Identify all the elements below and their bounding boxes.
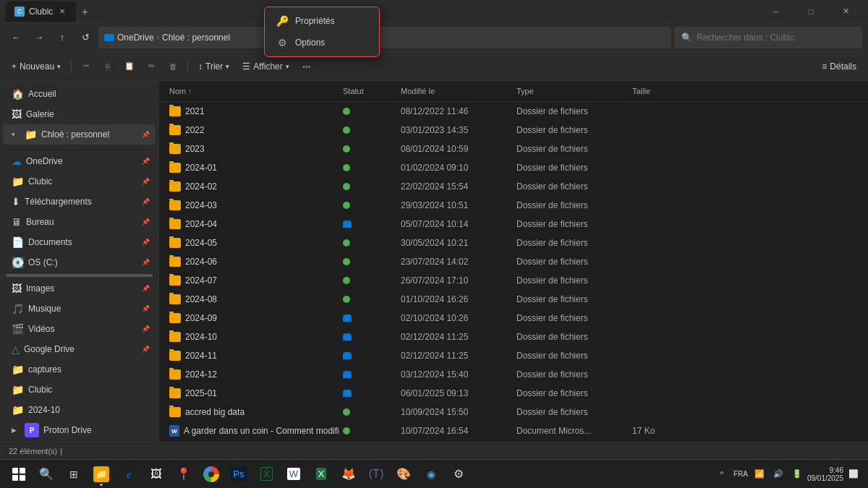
sidebar-item-images[interactable]: 🖼 Images 📌 bbox=[3, 278, 156, 299]
file-status bbox=[339, 388, 396, 398]
cut-btn[interactable]: ✂ bbox=[76, 56, 96, 77]
sidebar-item-osc[interactable]: 💽 OS (C:) 📌 bbox=[3, 252, 156, 273]
tray-volume[interactable]: 🔊 bbox=[770, 466, 787, 483]
sidebar-item-bureau[interactable]: 🖥 Bureau 📌 bbox=[3, 212, 156, 232]
sidebar-item-googledrive[interactable]: △ Google Drive 📌 bbox=[3, 339, 156, 359]
sort-btn[interactable]: ↕ Trier ▾ bbox=[192, 56, 235, 77]
file-size bbox=[628, 260, 686, 263]
taskbar-search-btn[interactable]: 🔍 bbox=[33, 461, 59, 487]
taskbar-paint-btn[interactable]: 🎨 bbox=[391, 461, 417, 487]
sidebar-item-accueil[interactable]: 🏠 Accueil bbox=[3, 84, 156, 104]
tray-battery[interactable]: 🔋 bbox=[788, 466, 806, 483]
tray-language[interactable]: FRA bbox=[732, 466, 749, 483]
col-type-header[interactable]: Type bbox=[512, 84, 628, 98]
forward-btn[interactable]: → bbox=[29, 27, 49, 48]
taskbar-firefox-btn[interactable]: 🦊 bbox=[336, 461, 362, 487]
active-tab[interactable]: C Clubic ✕ bbox=[6, 1, 76, 22]
table-row[interactable]: 2024-02 22/02/2024 15:54 Dossier de fich… bbox=[159, 177, 868, 196]
file-size: 17 Ko bbox=[628, 424, 686, 437]
tray-wifi[interactable]: 📶 bbox=[751, 466, 768, 483]
sidebar-item-captures[interactable]: 📁 captures bbox=[3, 359, 156, 380]
new-btn[interactable]: + Nouveau ▾ bbox=[6, 56, 67, 77]
col-size-header[interactable]: Taille bbox=[628, 84, 686, 98]
delete-btn[interactable]: 🗑 bbox=[163, 56, 183, 77]
view-btn[interactable]: ☰ Afficher ▾ bbox=[237, 56, 294, 77]
sidebar-item-galerie[interactable]: 🖼 Galerie bbox=[3, 104, 156, 124]
breadcrumb[interactable]: OneDrive › Chloé : personnel bbox=[98, 27, 671, 48]
table-row[interactable]: 2024-08 01/10/2024 16:26 Dossier de fich… bbox=[159, 290, 868, 309]
taskbar-chrome-btn[interactable] bbox=[198, 461, 224, 487]
up-btn[interactable]: ↑ bbox=[52, 27, 72, 48]
breadcrumb-onedrive[interactable]: OneDrive bbox=[104, 33, 154, 43]
table-row[interactable]: 2022 03/01/2023 14:35 Dossier de fichier… bbox=[159, 121, 868, 140]
new-tab-btn[interactable]: + bbox=[76, 3, 93, 20]
context-item-options[interactable]: ⚙ Options bbox=[265, 32, 379, 53]
table-row[interactable]: 2021 08/12/2022 11:46 Dossier de fichier… bbox=[159, 102, 868, 121]
table-row[interactable]: 2024-12 03/12/2024 15:40 Dossier de fich… bbox=[159, 365, 868, 384]
taskbar-excel-btn[interactable]: X bbox=[308, 461, 334, 487]
breadcrumb-folder[interactable]: Chloé : personnel bbox=[162, 33, 230, 43]
table-row[interactable]: 2024-11 02/12/2024 11:25 Dossier de fich… bbox=[159, 346, 868, 365]
sidebar-item-videos[interactable]: 🎬 Vidéos 📌 bbox=[3, 319, 156, 339]
search-input[interactable] bbox=[697, 33, 855, 43]
table-row[interactable]: 2023 08/01/2024 10:59 Dossier de fichier… bbox=[159, 140, 868, 158]
taskbar-clock[interactable]: 9:46 09/01/2025 bbox=[807, 466, 843, 482]
taskbar-edge-btn[interactable]: 𝑒 bbox=[116, 461, 142, 487]
sidebar-item-documents[interactable]: 📄 Documents 📌 bbox=[3, 232, 156, 252]
table-row[interactable]: 2024-04 05/07/2024 10:14 Dossier de fich… bbox=[159, 215, 868, 234]
folder-file-icon bbox=[169, 125, 181, 135]
col-status-header[interactable]: Statut bbox=[339, 84, 396, 98]
sidebar-item-chloe[interactable]: ▾ 📁 Chloé : personnel 📌 bbox=[3, 124, 156, 145]
taskbar-maps-btn[interactable]: 📍 bbox=[171, 461, 197, 487]
taskbar-teams-btn[interactable]: ⟨T⟩ bbox=[363, 461, 389, 487]
taskbar-synology-tb-btn[interactable]: ◉ bbox=[418, 461, 444, 487]
table-row[interactable]: accred big data 10/09/2024 15:50 Dossier… bbox=[159, 403, 868, 421]
file-status bbox=[339, 407, 396, 417]
rename-btn[interactable]: ✏ bbox=[141, 56, 161, 77]
sidebar-item-clubic2[interactable]: 📁 Clubic bbox=[3, 380, 156, 400]
sidebar-item-2024-10[interactable]: 📁 2024-10 bbox=[3, 400, 156, 420]
sidebar-item-musique[interactable]: 🎵 Musique 📌 bbox=[3, 299, 156, 319]
copy-btn[interactable]: ⎘ bbox=[98, 56, 118, 77]
table-row[interactable]: W A garder dans un coin - Comment modifi… bbox=[159, 421, 868, 440]
back-btn[interactable]: ← bbox=[6, 27, 26, 48]
more-btn[interactable]: ••• bbox=[297, 56, 317, 77]
table-row[interactable]: 2024-03 29/03/2024 10:51 Dossier de fich… bbox=[159, 196, 868, 215]
minimize-btn[interactable]: ─ bbox=[760, 0, 793, 23]
taskbar-excel-tb-btn[interactable]: X̄ bbox=[253, 461, 279, 487]
sidebar-item-onedrive[interactable]: ☁ OneDrive 📌 bbox=[3, 151, 156, 171]
context-item-proprietes[interactable]: 🔑 Propriétés bbox=[265, 10, 379, 32]
sidebar-item-downloads[interactable]: ⬇ Téléchargements 📌 bbox=[3, 192, 156, 212]
table-row[interactable]: 2025-01 06/01/2025 09:13 Dossier de fich… bbox=[159, 384, 868, 403]
tray-chevron[interactable]: ^ bbox=[713, 466, 731, 483]
taskbar-explorer-btn[interactable]: 📁 bbox=[88, 461, 114, 487]
table-row[interactable]: 2024-09 02/10/2024 10:26 Dossier de fich… bbox=[159, 309, 868, 328]
table-row[interactable]: 2024-05 30/05/2024 10:21 Dossier de fich… bbox=[159, 234, 868, 252]
col-name-header[interactable]: Nom ↑ bbox=[165, 84, 339, 98]
taskbar-settings-btn[interactable]: ⚙ bbox=[446, 461, 472, 487]
file-modified: 01/10/2024 16:26 bbox=[396, 293, 512, 306]
tab-close-btn[interactable]: ✕ bbox=[57, 7, 67, 16]
sidebar-item-protondrive[interactable]: ▶ P Proton Drive bbox=[3, 420, 156, 440]
maximize-btn[interactable]: □ bbox=[794, 0, 827, 23]
start-btn[interactable] bbox=[6, 461, 32, 487]
file-name-label: 2024-06 bbox=[185, 257, 217, 267]
details-btn[interactable]: ≡ Détails bbox=[816, 59, 862, 74]
paste-btn[interactable]: 📋 bbox=[119, 56, 140, 77]
table-row[interactable]: 2024-07 26/07/2024 17:10 Dossier de fich… bbox=[159, 271, 868, 290]
taskbar-taskview-btn[interactable]: ⊞ bbox=[61, 461, 87, 487]
options-icon: ⚙ bbox=[276, 37, 288, 48]
taskbar-photos-btn[interactable]: 🖼 bbox=[143, 461, 169, 487]
table-row[interactable]: 2024-01 01/02/2024 09:10 Dossier de fich… bbox=[159, 158, 868, 177]
table-row[interactable]: 2024-06 23/07/2024 14:02 Dossier de fich… bbox=[159, 252, 868, 271]
tray-notifications[interactable]: ⬜ bbox=[845, 466, 862, 483]
taskbar-search-icon: 🔍 bbox=[39, 467, 54, 481]
table-row[interactable]: 2024-10 02/12/2024 11:25 Dossier de fich… bbox=[159, 328, 868, 346]
taskbar-word-btn[interactable]: W bbox=[281, 461, 307, 487]
taskbar-ps-btn[interactable]: Ps bbox=[226, 461, 252, 487]
refresh-btn[interactable]: ↺ bbox=[75, 27, 95, 48]
search-bar[interactable]: 🔍 bbox=[674, 27, 862, 48]
col-modified-header[interactable]: Modifié le bbox=[396, 84, 512, 98]
close-btn[interactable]: ✕ bbox=[829, 0, 862, 23]
sidebar-item-clubic[interactable]: 📁 Clubic 📌 bbox=[3, 171, 156, 192]
